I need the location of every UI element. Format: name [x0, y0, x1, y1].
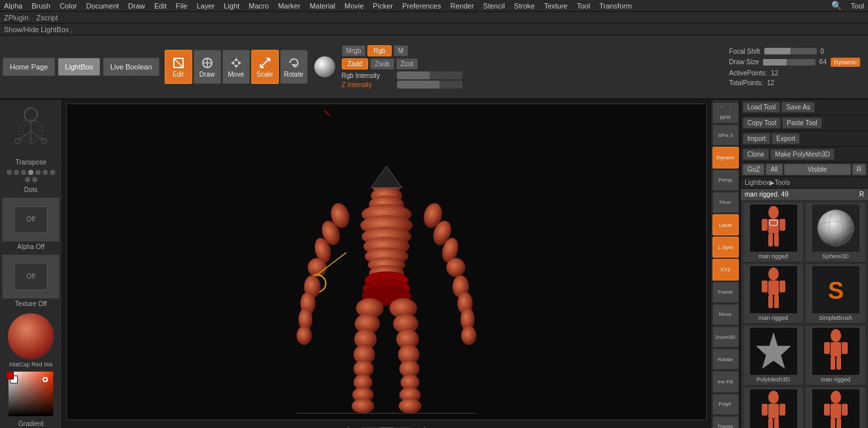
persp-button[interactable]: Persp [713, 170, 739, 191]
bpr-button[interactable]: ⬛ BPR [713, 102, 739, 123]
tool-item-polymesh[interactable]: PolyMesh3D [743, 325, 804, 385]
menu-document[interactable]: Document [85, 2, 120, 10]
alpha-off-box[interactable]: Off [2, 197, 60, 242]
load-tool-button[interactable]: Load Tool [743, 102, 780, 113]
search-icon[interactable]: 🔍 [830, 1, 843, 10]
all-button[interactable]: All [766, 164, 782, 175]
menu-macro[interactable]: Macro [247, 2, 270, 10]
zadd-button[interactable]: Zadd [342, 58, 369, 69]
rgb-intensity-slider[interactable] [397, 71, 463, 79]
xyz-button[interactable]: XYZ [713, 259, 739, 280]
focal-shift-value: 0 [821, 48, 825, 55]
texture-off-box[interactable]: Off [2, 254, 60, 299]
tool-item-simplebr[interactable]: S SimpleBrush [805, 263, 866, 324]
clone-button[interactable]: Clone [743, 149, 769, 160]
copy-tool-button[interactable]: Copy Tool [743, 117, 781, 128]
move-view-button[interactable]: Move [713, 304, 739, 325]
menu-brush[interactable]: Brush [30, 2, 52, 10]
menu-marker[interactable]: Marker [277, 2, 302, 10]
polyf-button[interactable]: PolyF [713, 394, 739, 415]
menu-material[interactable]: Material [308, 2, 337, 10]
r-button[interactable]: R [852, 164, 866, 175]
dot-7 [50, 170, 55, 175]
rotate-view-button[interactable]: Rotate [713, 349, 739, 370]
tool-item-man-rigged-5[interactable]: man rigged [805, 387, 866, 428]
menu-texture[interactable]: Texture [543, 2, 569, 10]
svg-rect-95 [768, 295, 773, 308]
goz-button[interactable]: GoZ [743, 164, 764, 175]
inefill-button[interactable]: Ine Fill [713, 371, 739, 392]
tool-header-row1: Load Tool Save As [741, 100, 868, 115]
thumb-sphere3d [812, 204, 859, 252]
liveboolean-button[interactable]: Live Boolean [103, 58, 159, 76]
draw-size-slider[interactable] [763, 59, 816, 66]
rotate-tool-button[interactable]: Rotate [280, 50, 308, 84]
tool-item-man-rigged-4[interactable]: man rigged [743, 387, 804, 428]
spix-button[interactable]: SPix 3 [713, 125, 739, 146]
local-button[interactable]: Local [713, 214, 739, 235]
tool-item-man-rigged-1[interactable]: man rigged [743, 202, 804, 262]
dynamic-button[interactable]: Dynamic [831, 58, 860, 67]
lsym-button[interactable]: L.Sym [713, 237, 739, 258]
export-button[interactable]: Export [772, 133, 800, 144]
rgb-button[interactable]: Rgb [367, 45, 391, 56]
foreground-color-swatch[interactable] [6, 372, 14, 379]
menu-zplugin[interactable]: ZPlugin [4, 14, 28, 22]
svg-point-76 [399, 399, 421, 414]
menu-movie[interactable]: Movie [343, 2, 365, 10]
home-page-button[interactable]: Home Page [3, 58, 55, 76]
zsub-button[interactable]: Zsub [370, 58, 394, 69]
move-tool-button[interactable]: Move [222, 50, 250, 84]
transp-button[interactable]: Transp [713, 416, 739, 428]
brush-icon[interactable] [314, 56, 335, 77]
save-as-button[interactable]: Save As [781, 102, 815, 113]
draw-tool-button[interactable]: Draw [194, 50, 221, 84]
dynamic-mode-button[interactable]: Dynami [713, 147, 739, 168]
menu-light[interactable]: Light [222, 2, 241, 10]
svg-point-109 [768, 391, 779, 404]
tool-item-man-rigged-3[interactable]: man rigged [805, 325, 866, 385]
zoom3d-button[interactable]: Zoom3D [713, 326, 739, 347]
mrgb-button[interactable]: Mrgb [342, 45, 366, 56]
lightbox-button[interactable]: LightBox [58, 58, 100, 76]
matcap-sphere[interactable] [7, 313, 54, 360]
make-polymesh-button[interactable]: Make PolyMesh3D [770, 149, 835, 160]
menu-file[interactable]: File [175, 2, 189, 10]
menu-zscript[interactable]: Zscript [36, 14, 58, 22]
m-button[interactable]: M [394, 45, 408, 56]
focal-shift-slider[interactable] [764, 48, 817, 54]
menu-draw[interactable]: Draw [127, 2, 146, 10]
menu-transform[interactable]: Transform [598, 2, 633, 10]
canvas-area[interactable]: ◄ ► [62, 100, 711, 428]
svg-rect-104 [824, 342, 830, 354]
man-rigged-count: man rigged. 49 [745, 191, 789, 198]
visible-button[interactable]: Visible [784, 164, 851, 175]
tool-item-man-rigged-2[interactable]: man rigged [743, 263, 804, 324]
edit-tool-button[interactable]: Edit [165, 50, 192, 84]
frame-button[interactable]: Frame [713, 282, 739, 303]
menu-color[interactable]: Color [58, 2, 78, 10]
svg-rect-83 [768, 233, 773, 246]
z-intensity-slider[interactable] [397, 81, 463, 88]
menu-edit[interactable]: Edit [153, 2, 168, 10]
zcut-button[interactable]: Zcut [396, 58, 418, 69]
menu-layer[interactable]: Layer [196, 2, 217, 10]
lightbox-tools-label[interactable]: Lightbox▶Tools [741, 177, 868, 189]
menu-preferences[interactable]: Preferences [401, 2, 442, 10]
menu-alpha[interactable]: Alpha [3, 2, 24, 10]
menu-stroke[interactable]: Stroke [512, 2, 536, 10]
nav-left-icon[interactable]: ◄ [341, 424, 351, 428]
paste-tool-button[interactable]: Paste Tool [782, 117, 822, 128]
menu-render[interactable]: Render [449, 2, 475, 10]
nav-right-icon[interactable]: ► [422, 424, 432, 428]
menu-picker[interactable]: Picker [371, 2, 394, 10]
tool-item-sphere3d[interactable]: Sphere3D [805, 202, 866, 262]
thumb-man-rigged-1 [750, 204, 797, 252]
menu-stencil[interactable]: Stencil [482, 2, 506, 10]
lightbox-toggle[interactable]: Show/Hide LightBox , [4, 26, 73, 33]
scale-tool-button[interactable]: Scale [251, 50, 279, 84]
canvas-viewport[interactable] [66, 104, 707, 420]
import-button[interactable]: Import [743, 133, 770, 144]
menu-tool[interactable]: Tool [575, 2, 591, 10]
floor-button[interactable]: Floor [713, 192, 739, 213]
